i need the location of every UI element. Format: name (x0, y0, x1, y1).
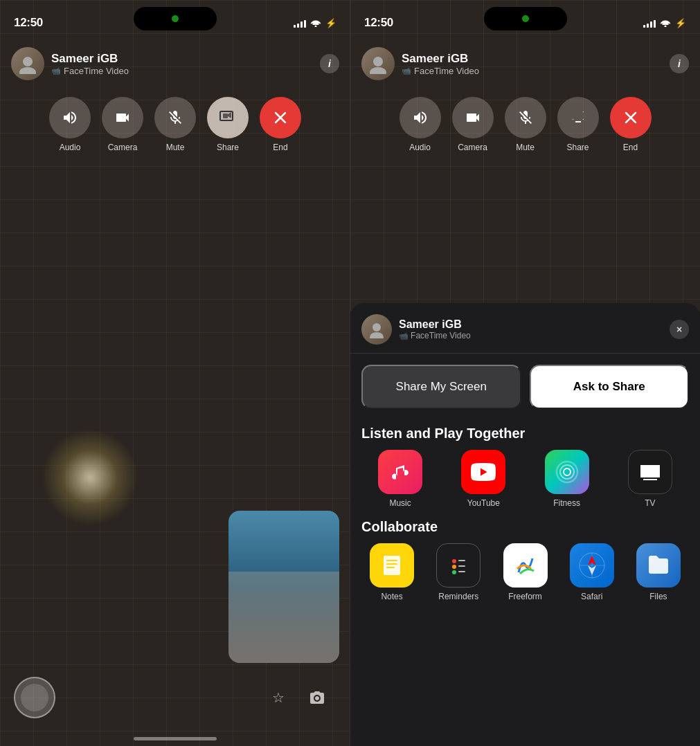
app-fitness[interactable]: Fitness (528, 450, 606, 508)
info-button-left[interactable]: i (320, 54, 339, 73)
fitness-label: Fitness (553, 498, 580, 508)
avatar-right (361, 47, 395, 80)
status-bar-left: 12:50 ⚡ (0, 0, 350, 37)
music-label: Music (389, 498, 411, 508)
youtube-label: YouTube (467, 498, 500, 508)
tv-label: TV (645, 498, 655, 508)
svg-point-5 (370, 67, 386, 74)
sheet-caller-sub: 📹 FaceTime Video (399, 331, 670, 340)
svg-rect-13 (386, 563, 397, 565)
sheet-caller-name: Sameer iGB (399, 318, 670, 331)
share-sheet: Sameer iGB 📹 FaceTime Video × Share My S… (350, 303, 700, 746)
share-button-left[interactable]: Share (207, 97, 249, 152)
mute-button-right[interactable]: Mute (505, 97, 546, 152)
panel-divider (350, 0, 350, 746)
app-notes[interactable]: Notes (361, 543, 422, 601)
self-view-left (228, 511, 339, 663)
svg-rect-14 (386, 567, 395, 568)
camera-button-left[interactable]: Camera (102, 97, 143, 152)
sheet-header: Sameer iGB 📹 FaceTime Video × (350, 303, 700, 354)
svg-point-6 (373, 323, 381, 331)
caller-info-right: Sameer iGB 📹 FaceTime Video (402, 52, 670, 76)
signal-icon-right (643, 18, 656, 28)
sheet-caller-info: Sameer iGB 📹 FaceTime Video (399, 318, 670, 340)
svg-rect-18 (458, 560, 465, 561)
svg-point-10 (564, 468, 571, 475)
end-button-left[interactable]: End (260, 97, 301, 152)
svg-point-16 (452, 565, 456, 569)
svg-point-7 (370, 332, 384, 338)
share-button-right[interactable]: Share (557, 97, 599, 152)
svg-rect-11 (384, 556, 400, 575)
time-left: 12:50 (14, 16, 43, 30)
wifi-icon-left (310, 19, 321, 27)
youtube-icon (461, 450, 505, 494)
end-button-right[interactable]: End (610, 97, 652, 152)
listen-section-title: Listen and Play Together (350, 420, 700, 450)
sheet-close-button[interactable]: × (670, 320, 689, 339)
status-icons-left: ⚡ (294, 18, 336, 28)
mute-button-left[interactable]: Mute (154, 97, 196, 152)
notes-label: Notes (381, 592, 402, 601)
svg-rect-12 (386, 560, 397, 561)
light-spot (42, 429, 138, 526)
right-phone-screen: 12:50 ⚡ Sam (350, 0, 700, 746)
collaborate-section-title: Collaborate (350, 508, 700, 543)
island-dot-right (522, 15, 529, 22)
notes-icon (370, 543, 414, 588)
battery-icon-right: ⚡ (675, 18, 686, 28)
listen-apps-grid: Music YouTube (350, 450, 700, 508)
left-phone-screen: 12:50 ⚡ Sam (0, 0, 350, 746)
home-indicator-left (134, 737, 217, 740)
ask-to-share-button[interactable]: Ask to Share (530, 365, 690, 409)
caller-sub-left: 📹 FaceTime Video (51, 66, 320, 76)
audio-button-left[interactable]: Audio (49, 97, 91, 152)
svg-point-4 (373, 57, 383, 66)
audio-button-right[interactable]: Audio (400, 97, 441, 152)
app-safari[interactable]: Safari (562, 543, 622, 601)
call-header-right: Sameer iGB 📹 FaceTime Video i (350, 42, 700, 86)
freeform-icon (503, 543, 548, 588)
app-freeform[interactable]: Freeform (494, 543, 555, 601)
battery-icon-left: ⚡ (325, 18, 336, 28)
dynamic-island-right (484, 7, 567, 30)
share-buttons-row: Share My Screen Ask to Share (350, 354, 700, 420)
app-reminders[interactable]: Reminders (428, 543, 489, 601)
controls-row-left: Audio Camera Mute Share (0, 97, 350, 152)
camera-button-right[interactable]: Camera (452, 97, 494, 152)
dynamic-island-left (134, 7, 217, 30)
fitness-icon (545, 450, 589, 494)
svg-rect-20 (458, 571, 465, 572)
files-label: Files (649, 592, 667, 601)
home-button-left[interactable] (14, 677, 55, 718)
app-music[interactable]: Music (361, 450, 439, 508)
freeform-label: Freeform (508, 592, 542, 601)
svg-rect-19 (458, 565, 465, 567)
caller-name-left: Sameer iGB (51, 52, 320, 66)
collaborate-apps-grid: Notes Reminders (350, 543, 700, 601)
tv-icon (628, 450, 672, 494)
sheet-avatar (361, 314, 392, 345)
bottom-bar-left: ☆ (0, 677, 350, 718)
status-bar-right: 12:50 ⚡ (350, 0, 700, 37)
reminders-icon (436, 543, 481, 588)
wifi-icon-right (660, 19, 671, 27)
app-youtube[interactable]: YouTube (445, 450, 522, 508)
info-button-right[interactable]: i (670, 54, 689, 73)
app-files[interactable]: Files (628, 543, 689, 601)
caller-info-left: Sameer iGB 📹 FaceTime Video (51, 52, 320, 76)
svg-point-9 (560, 465, 574, 479)
bottom-icons-left: ☆ (266, 685, 330, 710)
app-tv[interactable]: TV (611, 450, 689, 508)
status-icons-right: ⚡ (643, 18, 686, 28)
star-icon[interactable]: ☆ (266, 685, 291, 710)
svg-point-1 (19, 67, 36, 74)
svg-point-17 (452, 570, 456, 574)
camera-flip-icon[interactable] (305, 685, 330, 710)
caller-name-right: Sameer iGB (402, 52, 670, 66)
time-right: 12:50 (364, 16, 393, 30)
safari-icon (570, 543, 614, 588)
music-icon (378, 450, 422, 494)
reminders-label: Reminders (438, 592, 478, 601)
share-my-screen-button[interactable]: Share My Screen (361, 365, 521, 409)
